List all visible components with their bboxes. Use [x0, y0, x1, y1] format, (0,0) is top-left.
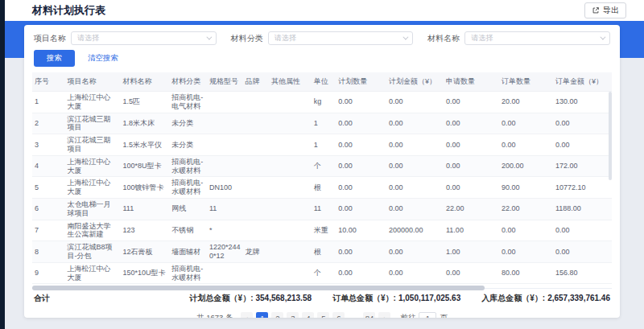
table-body: 1上海松江中心大厦1.5匹招商机电-电气材料kg0.000.000.0020.0… [32, 92, 612, 284]
pagination-prev-button[interactable]: ‹ [241, 312, 253, 318]
pagination-next-button[interactable]: › [378, 312, 390, 318]
table-cell [243, 134, 269, 156]
table-cell: * [207, 220, 243, 241]
table-row: 2滨江花城三期项目1.8米木床未分类10.000.000.000.000.00 [32, 113, 612, 134]
table-cell: 0.00 [444, 155, 499, 177]
table-cell: 6 [32, 198, 65, 220]
table-cell: 0.00 [499, 113, 553, 134]
table-cell: 10.00 [336, 220, 386, 241]
table-cell [207, 155, 243, 177]
table-cell: 上海松江中心大厦 [65, 177, 121, 199]
filter-bar: 项目名称 请选择 材料分类 请选择 材料名称 请选择 [32, 30, 612, 50]
table-cell: 0.00 [336, 92, 386, 113]
table-cell [243, 198, 269, 220]
page-title: 材料计划执行表 [32, 3, 105, 18]
horizontal-scrollbar-thumb[interactable] [32, 286, 485, 290]
export-button[interactable]: 导出 [584, 2, 626, 19]
table-cell: 123 [121, 220, 170, 241]
column-header: 材料分类 [169, 72, 207, 92]
pagination-pages: 123456...84 [256, 312, 375, 318]
column-header: 订单金额（¥） [553, 72, 612, 92]
pagination-page-2[interactable]: 2 [271, 312, 283, 318]
table-cell [243, 155, 269, 177]
table-cell [269, 155, 312, 177]
table-cell: 上海松江中心大厦 [65, 262, 121, 284]
column-header: 订单数量 [499, 72, 553, 92]
summary-total-label: 合计 [34, 293, 50, 304]
filter-material-name: 材料名称 请选择 [427, 31, 610, 45]
search-button[interactable]: 搜索 [34, 50, 75, 67]
pagination-page-4[interactable]: 4 [302, 312, 314, 318]
topbar: 材料计划执行表 导出 [5, 0, 644, 21]
goto-suffix: 页 [440, 313, 448, 318]
table-cell [269, 92, 312, 113]
table-cell: 招商机电-电气材料 [169, 92, 207, 113]
table-cell: 网线 [169, 198, 207, 220]
table-cell: 0.00 [553, 220, 612, 241]
table-cell [269, 262, 312, 284]
column-header: 序号 [32, 72, 65, 92]
table-cell: 20.00 [499, 92, 553, 113]
column-header: 申请数量 [444, 72, 499, 92]
select-placeholder: 请选择 [471, 33, 493, 43]
goto-prefix: 前往 [400, 313, 415, 318]
pagination-page-84[interactable]: 84 [363, 312, 375, 318]
table-cell: 2 [32, 113, 65, 134]
project-name-select[interactable]: 请选择 [71, 31, 217, 45]
filter-actions: 搜索 清空搜索 [32, 50, 612, 72]
table-row: 9上海松江中心大厦150*10U型卡招商机电-水暖材料个0.000.000.00… [32, 262, 612, 284]
table-cell: 7 [32, 220, 65, 241]
column-header: 材料名称 [121, 72, 170, 92]
pagination-page-5[interactable]: 5 [317, 312, 329, 318]
table-cell [269, 241, 312, 263]
table-cell [243, 177, 269, 199]
table-row: 7南阳盛达大学生公寓新建123不锈钢*米重10.00200000.0011.00… [32, 220, 612, 241]
table-cell [207, 134, 243, 156]
goto-page-input[interactable] [419, 312, 436, 318]
filter-project-name: 项目名称 请选择 [34, 31, 217, 45]
material-category-select[interactable]: 请选择 [268, 31, 414, 45]
column-header: 计划金额（¥） [386, 72, 444, 92]
table-cell: 22.00 [499, 198, 553, 220]
pagination-page-1[interactable]: 1 [256, 312, 268, 318]
table-cell: 1.5匹 [121, 92, 170, 113]
table-cell: 8 [32, 241, 65, 263]
table-cell: 0.00 [444, 134, 499, 156]
table-cell: 0.00 [386, 241, 444, 263]
table-cell: 0.00 [386, 134, 444, 156]
table-cell: 0.00 [336, 241, 386, 263]
chevron-down-icon [206, 35, 212, 40]
table-cell: 滨江花城三期项目 [65, 134, 121, 156]
column-header: 项目名称 [65, 72, 121, 92]
table-cell: 0.00 [336, 198, 386, 220]
table-cell: 130.00 [553, 92, 612, 113]
table-cell: 1220*2440*12 [207, 241, 243, 263]
table-cell: 0.00 [553, 134, 612, 156]
order-total: 订单总金额（¥）:1,050,117,025.63 [332, 293, 460, 304]
table-cell: 上海松江中心大厦 [65, 155, 121, 177]
table-cell [243, 262, 269, 284]
table-cell: 0.00 [336, 134, 386, 156]
pagination-page-3[interactable]: 3 [287, 312, 299, 318]
table-cell: 11.00 [444, 220, 499, 241]
material-name-select[interactable]: 请选择 [464, 31, 610, 45]
table-cell: 111 [121, 198, 170, 220]
table-cell: 0.00 [336, 177, 386, 199]
pagination-page-6[interactable]: 6 [332, 312, 345, 318]
vertical-scrollbar[interactable] [609, 92, 612, 180]
table-cell [269, 113, 312, 134]
clear-search-link[interactable]: 清空搜索 [88, 53, 118, 64]
pagination-total: 共 1673 条 [196, 313, 233, 318]
table-row: 8滨江花城B8项目-分包12石膏板墙面辅材1220*2440*12龙牌根0.00… [32, 241, 612, 263]
table-cell: 200.00 [499, 155, 553, 177]
table-cell: 太仓电梯一月球项目 [65, 198, 121, 220]
table-cell: 200000.00 [386, 220, 444, 241]
export-icon [592, 6, 600, 14]
table-cell: 90.00 [499, 177, 553, 199]
inbound-total: 入库总金额（¥）:2,657,339,761.46 [481, 293, 610, 304]
table-cell: 11 [312, 198, 336, 220]
table-cell: 南阳盛达大学生公寓新建 [65, 220, 121, 241]
table-cell: 11 [207, 198, 243, 220]
table-cell: 不锈钢 [169, 220, 207, 241]
table-cell: 0.00 [386, 113, 444, 134]
